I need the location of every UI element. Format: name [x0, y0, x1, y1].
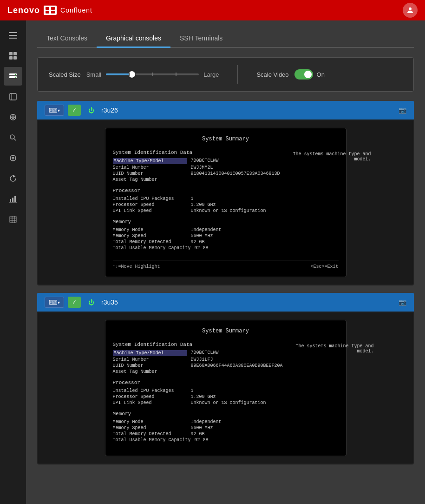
terminal-row: Total Memory Detected 92 GB — [113, 239, 280, 245]
sidebar-item-table[interactable] — [4, 210, 22, 229]
navbar: Lenovo Confluent — [0, 0, 425, 20]
toggle-group: On — [294, 69, 325, 80]
sidebar-item-network[interactable] — [4, 108, 22, 126]
svg-rect-8 — [9, 52, 13, 55]
terminal-row: Memory Mode Independent — [113, 227, 280, 232]
terminal-row: Installed CPU Packages 1 — [113, 388, 283, 393]
sidebar-item-chart[interactable] — [4, 190, 22, 208]
terminal-row: Installed CPU Packages 1 — [113, 196, 280, 201]
console-power-btn-r3u26[interactable]: ⏻ — [85, 105, 98, 116]
terminal-right-r3u35: The systems machine type and model. — [290, 342, 374, 448]
console-check-btn-r3u26[interactable]: ✓ — [68, 105, 81, 116]
terminal-proc-title: Processor — [113, 188, 280, 193]
slider-tick-3 — [176, 73, 177, 76]
proc-speed-val-2: 1.200 GHz — [191, 394, 216, 399]
total-mem-val: 92 GB — [191, 239, 205, 245]
console-panel-r3u26: ⌨ ▾ ✓ ⏻ r3u26 📷 System Summary System Id… — [37, 101, 414, 285]
terminal-content-r3u26: System Identification Data Machine Type/… — [113, 150, 339, 256]
terminal-window-r3u35[interactable]: System Summary System Identification Dat… — [105, 320, 347, 456]
svg-rect-2 — [46, 11, 49, 13]
small-label: Small — [86, 71, 102, 78]
sidebar-item-deploy[interactable] — [4, 149, 22, 167]
console-camera-r3u35[interactable]: 📷 — [399, 298, 406, 306]
svg-rect-32 — [10, 216, 16, 223]
serial-val-2: DWJJ1LFJ — [191, 357, 213, 362]
slider-tick-1 — [129, 73, 130, 76]
scaled-size-group: Scaled Size Small Large — [49, 70, 219, 79]
cpu-pkg-key-2: Installed CPU Packages — [113, 388, 187, 393]
lenovo-brand: Lenovo — [7, 6, 40, 15]
sidebar — [0, 20, 26, 504]
svg-line-21 — [14, 139, 16, 140]
scale-video-toggle[interactable] — [294, 69, 313, 80]
terminal-title-r3u35: System Summary — [113, 328, 339, 334]
mem-speed-key: Memory Speed — [113, 233, 187, 239]
terminal-mem-title: Memory — [113, 219, 280, 225]
terminal-row: Processor Speed 1.200 GHz — [113, 202, 280, 207]
navbar-logo: Lenovo Confluent — [7, 6, 92, 15]
terminal-desc-r3u26: The systems machine type and model. — [288, 152, 371, 162]
sidebar-item-storage[interactable] — [4, 87, 22, 106]
size-slider-group: Small Large — [86, 70, 219, 79]
sidebar-item-refresh[interactable] — [4, 169, 22, 188]
tab-text-consoles[interactable]: Text Consoles — [37, 30, 97, 48]
svg-point-23 — [12, 157, 14, 159]
sidebar-item-dashboard[interactable] — [4, 46, 22, 65]
console-keyboard-btn-r3u26[interactable]: ⌨ ▾ — [45, 105, 64, 116]
sidebar-item-servers[interactable] — [4, 67, 22, 86]
mem-mode-key: Memory Mode — [113, 227, 187, 232]
mem-speed-val-2: 5600 MHz — [191, 425, 213, 431]
keyboard-icon: ⌨ — [49, 107, 58, 114]
svg-rect-30 — [14, 196, 16, 202]
svg-point-4 — [409, 7, 412, 10]
tab-ssh-terminals[interactable]: SSH Terminals — [170, 30, 232, 48]
console-power-btn-r3u35[interactable]: ⏻ — [85, 297, 98, 308]
user-menu-button[interactable] — [403, 3, 418, 18]
serial-key: Serial Number — [113, 165, 187, 170]
terminal-desc-r3u35: The systems machine type and model. — [290, 344, 374, 354]
terminal-proc-title-2: Processor — [113, 380, 283, 385]
svg-point-20 — [10, 135, 14, 139]
uuid-val: 918041314300401C0057E33A0346813D — [191, 171, 280, 176]
terminal-section-mem-r3u35: Memory Memory Mode Independent Memory Sp… — [113, 411, 283, 443]
terminal-row: Machine Type/Model 7D0BCTCLWW — [113, 158, 280, 164]
controls-bar: Scaled Size Small Large — [37, 57, 414, 92]
terminal-row: UUID Number 89E68A0066F44A60A380EA0D90BE… — [113, 363, 283, 368]
total-mem-val-2: 92 GB — [191, 431, 205, 437]
terminal-row: Machine Type/Model 7D0BCTCLWW — [113, 350, 283, 356]
terminal-row: UPI Link Speed Unknown or 1S configurati… — [113, 400, 283, 405]
usable-mem-val: 92 GB — [195, 245, 209, 251]
content-area: Text Consoles Graphical consoles SSH Ter… — [26, 20, 425, 504]
terminal-footer-r3u26: ↑↓=Move Highlight <Esc>=Exit — [113, 260, 339, 269]
mem-speed-val: 5600 MHz — [191, 233, 213, 239]
mem-mode-val: Independent — [191, 227, 222, 232]
terminal-section-mem-r3u26: Memory Memory Mode Independent Memory Sp… — [113, 219, 280, 251]
console-keyboard-btn-r3u35[interactable]: ⌨ ▾ — [45, 297, 64, 308]
terminal-row: UUID Number 918041314300401C0057E33A0346… — [113, 171, 280, 176]
terminal-row: Memory Speed 5600 MHz — [113, 233, 280, 239]
tab-graphical-consoles[interactable]: Graphical consoles — [97, 30, 170, 48]
svg-rect-28 — [10, 199, 11, 202]
svg-point-14 — [15, 74, 16, 75]
scale-video-group: Scale Video On — [256, 69, 325, 80]
usable-mem-val-2: 92 GB — [195, 438, 209, 443]
sidebar-item-search[interactable] — [4, 128, 22, 147]
sidebar-item-menu[interactable] — [4, 26, 22, 45]
proc-speed-key-2: Processor Speed — [113, 394, 187, 399]
console-screen-r3u35: System Summary System Identification Dat… — [37, 312, 414, 464]
terminal-section-proc-r3u26: Processor Installed CPU Packages 1 Proce… — [113, 188, 280, 213]
mem-mode-key-2: Memory Mode — [113, 419, 187, 424]
terminal-row: Asset Tag Number — [113, 369, 283, 374]
confluent-brand: Confluent — [60, 7, 92, 14]
console-check-btn-r3u35[interactable]: ✓ — [68, 297, 81, 308]
size-slider[interactable] — [106, 70, 199, 79]
console-name-r3u26: r3u26 — [101, 106, 395, 114]
terminal-window-r3u26[interactable]: System Summary System Identification Dat… — [105, 128, 347, 277]
console-camera-r3u26[interactable]: 📷 — [399, 106, 406, 114]
upi-val-2: Unknown or 1S configuration — [191, 400, 266, 405]
console-name-r3u35: r3u35 — [101, 298, 395, 306]
upi-key: UPI Link Speed — [113, 208, 187, 213]
slider-tick-2 — [152, 73, 153, 76]
tabs-container: Text Consoles Graphical consoles SSH Ter… — [37, 30, 414, 48]
proc-speed-key: Processor Speed — [113, 202, 187, 207]
